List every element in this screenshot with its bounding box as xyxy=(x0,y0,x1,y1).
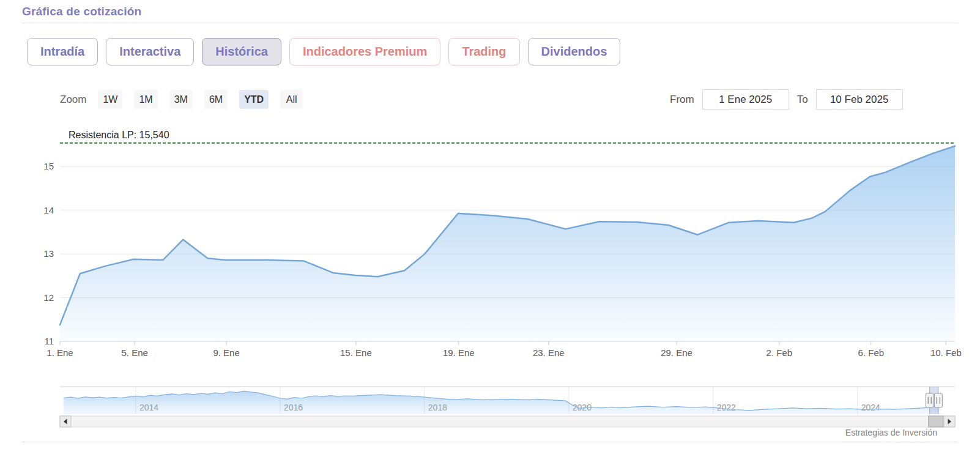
x-axis-label: 2. Feb xyxy=(767,347,793,358)
scrollbar xyxy=(60,416,955,427)
navigator-left-handle[interactable] xyxy=(926,393,934,407)
navigator-right-handle[interactable] xyxy=(934,393,942,407)
chart-credit: Estrategias de Inversión xyxy=(845,428,937,437)
resistance-label: Resistencia LP: 15,540 xyxy=(69,130,169,140)
quote-chart-panel: Gráfica de cotización Intradía Interacti… xyxy=(0,0,980,468)
y-axis-label: 12 xyxy=(43,292,54,303)
handle-grip-icon[interactable] xyxy=(934,393,942,407)
x-axis-label: 29. Ene xyxy=(661,347,692,358)
y-axis-label: 15 xyxy=(43,161,54,171)
x-axis-label: 19. Ene xyxy=(443,347,475,358)
x-axis-label: 5. Ene xyxy=(121,347,147,358)
scrollbar-track[interactable] xyxy=(60,416,955,427)
scrollbar-thumb[interactable] xyxy=(929,416,943,427)
y-axis-label: 11 xyxy=(44,336,54,346)
x-axis-label: 23. Ene xyxy=(533,347,565,358)
x-axis-label: 6. Feb xyxy=(858,347,885,358)
x-axis-label: 9. Ene xyxy=(213,347,239,358)
x-axis-label: 10. Feb xyxy=(930,347,962,358)
x-axis-label: 1. Ene xyxy=(46,347,73,358)
handle-grip-icon[interactable] xyxy=(926,393,934,407)
stock-chart: 11121314151. Ene5. Ene9. Ene15. Ene19. E… xyxy=(0,0,980,468)
bottom-divider xyxy=(22,442,958,442)
y-axis-label: 14 xyxy=(43,205,54,215)
y-axis-label: 13 xyxy=(43,248,54,259)
x-axis-label: 15. Ene xyxy=(340,347,372,358)
navigator: 201420162018202020222024 xyxy=(60,387,955,414)
main-plot: 11121314151. Ene5. Ene9. Ene15. Ene19. E… xyxy=(43,130,961,358)
price-area xyxy=(60,146,955,341)
